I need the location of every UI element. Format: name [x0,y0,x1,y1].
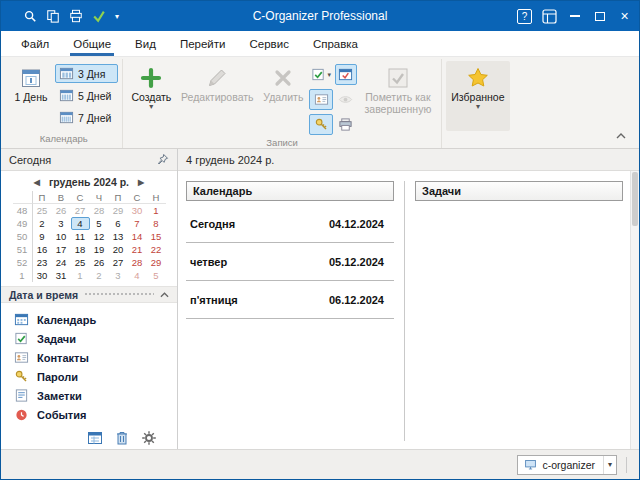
menu-item-1[interactable]: Файл [9,31,61,56]
calendar-day[interactable]: 25 [71,256,90,269]
calendar-day[interactable]: 7 [128,217,147,230]
calendar-day[interactable]: 8 [147,217,166,230]
trash-button[interactable] [114,430,130,446]
scrollbar-thumb[interactable] [632,172,638,226]
calendar-day[interactable]: 2 [33,217,52,230]
calendar-day[interactable]: 4 [128,269,147,282]
five-day-view-button[interactable]: 5 Дней [55,86,118,105]
calendar-day[interactable]: 29 [109,204,128,217]
search-icon[interactable] [19,5,40,27]
contact-record-button[interactable] [309,89,333,110]
calendars-manage-button[interactable] [87,430,103,446]
mark-completed-icon [386,65,410,91]
delete-x-icon [271,65,295,91]
pin-icon[interactable] [156,153,169,166]
menu-item-4[interactable]: Перейти [168,31,238,56]
calendar-day[interactable]: 19 [90,243,109,256]
menu-item-5[interactable]: Сервис [238,31,301,56]
sidebar-item-events[interactable]: События [1,405,177,424]
calendar-day[interactable]: 26 [90,256,109,269]
calendar-day[interactable]: 28 [90,204,109,217]
profile-selector[interactable]: c-organizer ▾ [517,455,617,475]
calendar-day[interactable]: 21 [128,243,147,256]
calendar-day[interactable]: 5 [90,217,109,230]
entry-row[interactable]: п'ятниця06.12.2024 [186,281,394,319]
calendar-day[interactable]: 1 [147,204,166,217]
task-record-button[interactable]: ▾ [309,64,333,85]
calendar-day[interactable]: 25 [33,204,52,217]
menu-item-2[interactable]: Общие [61,31,123,56]
calendar-day[interactable]: 6 [109,217,128,230]
calendar-day[interactable]: 23 [33,256,52,269]
calendar-day[interactable]: 31 [52,269,71,282]
appointment-toggle-button[interactable] [335,64,357,85]
record-view-buttons [335,61,357,135]
show-completed-button[interactable] [335,89,357,110]
calendar-day[interactable]: 9 [33,230,52,243]
calendar-day[interactable]: 3 [52,217,71,230]
calendar-day[interactable]: 1 [71,269,90,282]
delete-button[interactable]: Удалить [259,61,307,135]
datetime-section-header[interactable]: Дата и время [1,286,177,303]
print-icon[interactable] [65,5,86,27]
menu-item-6[interactable]: Справка [301,31,370,56]
vertical-scrollbar[interactable] [630,171,639,449]
help-button[interactable]: ? [512,3,537,29]
calendar-day[interactable]: 14 [128,230,147,243]
seven-day-view-button[interactable]: 7 Дней [55,108,118,127]
settings-button[interactable] [141,430,157,446]
calendar-day[interactable]: 12 [90,230,109,243]
password-record-button[interactable] [309,114,333,135]
maximize-button[interactable] [587,3,612,29]
copy-icon[interactable] [42,5,63,27]
events-icon [14,407,29,422]
calendar-day[interactable]: 22 [147,243,166,256]
sync-icon[interactable] [88,5,109,27]
calendar-day[interactable]: 30 [33,269,52,282]
calendar-day[interactable]: 10 [52,230,71,243]
interface-options-button[interactable] [537,3,562,29]
sidebar-item-tasks[interactable]: Задачи [1,329,177,348]
qat-dropdown-icon[interactable]: ▾ [111,12,123,21]
calendar-day[interactable]: 24 [52,256,71,269]
one-day-view-button[interactable]: 1 День [9,61,53,131]
calendar-day[interactable]: 11 [71,230,90,243]
close-button[interactable]: × [612,3,637,29]
calendar-day[interactable]: 5 [147,269,166,282]
month-label: грудень 2024 р. [49,176,129,188]
calendar-day[interactable]: 13 [109,230,128,243]
print-record-button[interactable] [335,114,357,135]
entry-row[interactable]: четвер05.12.2024 [186,243,394,281]
calendar-day[interactable]: 17 [52,243,71,256]
week-number: 51 [13,243,33,256]
calendar-day[interactable]: 15 [147,230,166,243]
entry-date: 06.12.2024 [329,294,384,306]
three-day-view-button[interactable]: 3 Дня [55,64,118,83]
create-button[interactable]: Создать ▾ [127,61,175,135]
sidebar-item-calendar[interactable]: Календарь [1,310,177,329]
mark-completed-button[interactable]: Пометить как завершенную [359,61,437,135]
favorites-button[interactable]: Избранное ▾ [446,61,510,131]
calendar-day[interactable]: 2 [90,269,109,282]
minimize-button[interactable] [562,3,587,29]
entry-row[interactable]: Сегодня04.12.2024 [186,205,394,243]
menu-item-3[interactable]: Вид [123,31,168,56]
collapse-ribbon-button[interactable] [612,128,630,143]
next-month-icon[interactable]: ▶ [138,178,144,187]
calendar-day[interactable]: 20 [109,243,128,256]
edit-button[interactable]: Редактировать [177,61,257,135]
calendar-day[interactable]: 27 [71,204,90,217]
calendar-day[interactable]: 28 [128,256,147,269]
sidebar-item-notes[interactable]: Заметки [1,386,177,405]
calendar-day[interactable]: 29 [147,256,166,269]
calendar-day[interactable]: 4 [71,217,90,230]
sidebar-item-passwords[interactable]: Пароли [1,367,177,386]
calendar-day[interactable]: 3 [109,269,128,282]
calendar-day[interactable]: 27 [109,256,128,269]
prev-month-icon[interactable]: ◀ [34,178,40,187]
calendar-day[interactable]: 30 [128,204,147,217]
calendar-day[interactable]: 18 [71,243,90,256]
calendar-day[interactable]: 26 [52,204,71,217]
sidebar-item-contacts[interactable]: Контакты [1,348,177,367]
calendar-day[interactable]: 16 [33,243,52,256]
